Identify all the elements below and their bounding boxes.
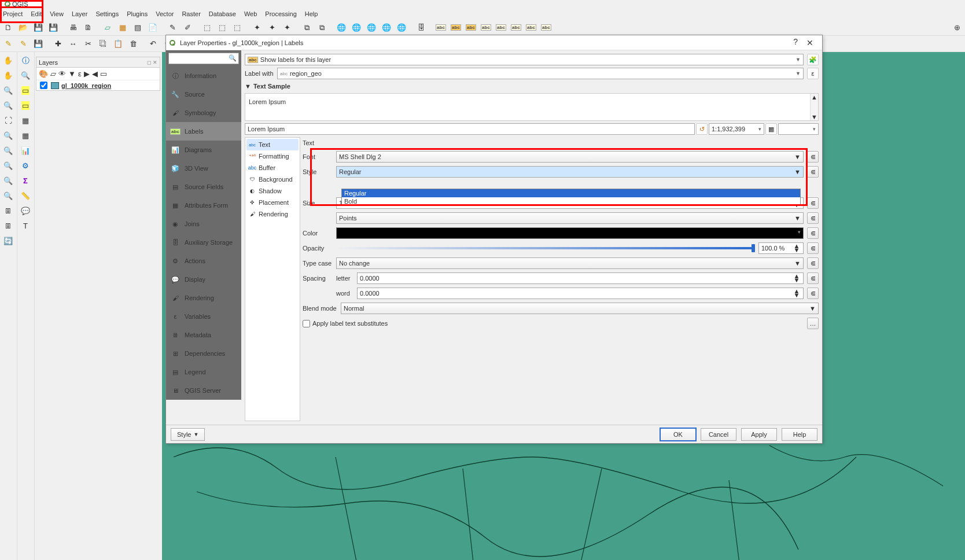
- menu-processing[interactable]: Processing: [265, 10, 296, 17]
- nav-sourcefields[interactable]: ▤Source Fields: [166, 178, 241, 196]
- pencil-icon[interactable]: ✎: [1, 37, 15, 51]
- nav-dependencies[interactable]: ⊞Dependencies: [166, 344, 241, 363]
- text-anno-icon[interactable]: T: [19, 219, 32, 233]
- nav-3dview[interactable]: 🧊3D View: [166, 159, 241, 178]
- layer-filter-icon[interactable]: ▼: [68, 70, 76, 78]
- nav-symbology[interactable]: 🖌Symbology: [166, 104, 241, 122]
- menu-settings[interactable]: Settings: [95, 10, 119, 17]
- nav-diagrams[interactable]: 📊Diagrams: [166, 141, 241, 159]
- opacity-slider[interactable]: [336, 247, 755, 249]
- style-combo[interactable]: Regular▼: [336, 166, 804, 178]
- nav-actions[interactable]: ⚙Actions: [166, 252, 241, 270]
- text-sample-header[interactable]: ▼ Text Sample: [245, 82, 819, 91]
- apply-button[interactable]: Apply: [741, 428, 777, 441]
- copy-icon[interactable]: ⿻: [96, 37, 110, 51]
- style-option-bold[interactable]: Bold: [342, 197, 800, 205]
- open-project-icon[interactable]: 📂: [16, 21, 30, 35]
- add-feature-icon[interactable]: ✚: [51, 37, 65, 51]
- nav-rendering[interactable]: 🖌Rendering: [166, 289, 241, 307]
- label-mode-override-button[interactable]: 🧩: [807, 54, 819, 65]
- label-abc7-icon[interactable]: abc: [524, 21, 538, 35]
- color-swatch[interactable]: [336, 227, 804, 239]
- web3-icon[interactable]: 🌐: [364, 21, 378, 35]
- label-abc1-icon[interactable]: abc: [434, 21, 448, 35]
- layer-eye-icon[interactable]: 👁: [58, 70, 66, 78]
- layout-manager-icon[interactable]: 🖶: [66, 21, 80, 35]
- crosshair-icon[interactable]: ⊕: [950, 21, 964, 35]
- layer-collapse-icon[interactable]: ◀: [92, 70, 98, 78]
- layer-checkbox[interactable]: [40, 82, 47, 89]
- label-abc2-icon[interactable]: abc: [449, 21, 463, 35]
- new-map2-icon[interactable]: 🗏: [1, 219, 15, 233]
- spacing-letter-input[interactable]: 0.0000▲▼: [357, 272, 804, 284]
- layer-item[interactable]: gl_1000k_region: [36, 80, 160, 90]
- select-icon[interactable]: ⬚: [200, 21, 214, 35]
- nav-attrform[interactable]: ▦Attributes Form: [166, 196, 241, 215]
- scale-combo[interactable]: 1:1,932,399▾: [709, 123, 764, 135]
- label-abc5-icon[interactable]: abc: [494, 21, 508, 35]
- zoom-last-icon[interactable]: 🔍: [1, 159, 15, 172]
- menu-help[interactable]: Help: [305, 10, 318, 17]
- sub-formatting[interactable]: ⁺ᵃᵇFormatting: [246, 150, 299, 162]
- layer-expand-icon[interactable]: ▶: [84, 70, 90, 78]
- menu-project[interactable]: Project: [3, 10, 23, 17]
- zoom-layer-icon[interactable]: 🔍: [1, 128, 15, 142]
- cut-icon[interactable]: ✂: [81, 37, 95, 51]
- label-abc6-icon[interactable]: abc: [509, 21, 523, 35]
- add-raster-icon[interactable]: ▦: [116, 21, 130, 35]
- nav-legend[interactable]: ▤Legend: [166, 363, 241, 381]
- deselect-icon[interactable]: ▭: [19, 98, 32, 112]
- zoom-native-icon[interactable]: 🔍: [1, 189, 15, 202]
- nav-variables[interactable]: εVariables: [166, 307, 241, 326]
- new-project-icon[interactable]: 🗋: [1, 21, 15, 35]
- identify-icon[interactable]: ⓘ: [19, 53, 32, 67]
- size-unit-combo[interactable]: Points▼: [336, 212, 804, 224]
- sub-background[interactable]: 🛡Background: [246, 174, 299, 185]
- blend-combo[interactable]: Normal▼: [341, 303, 819, 314]
- nav-labels[interactable]: abcLabels: [166, 122, 241, 141]
- sample-scrollbar[interactable]: ▲▼: [810, 94, 818, 120]
- menu-database[interactable]: Database: [209, 10, 236, 17]
- nav-information[interactable]: ⓘInformation: [166, 67, 241, 85]
- preview-bg-button[interactable]: ▩: [765, 123, 777, 135]
- size-unit-override-button[interactable]: ⋐: [807, 212, 819, 224]
- identify2-icon[interactable]: 🔍: [19, 68, 32, 82]
- menu-view[interactable]: View: [50, 10, 64, 17]
- processing-icon[interactable]: ⚙: [19, 159, 32, 172]
- refresh-icon[interactable]: 🔄: [1, 234, 15, 248]
- zoom-out-icon[interactable]: 🔍: [1, 98, 15, 112]
- close-icon[interactable]: ✕: [801, 37, 819, 49]
- stats-icon[interactable]: 📊: [19, 143, 32, 157]
- sample-text-input[interactable]: [245, 123, 695, 135]
- undo-icon[interactable]: ↶: [146, 37, 160, 51]
- substitutes-button[interactable]: …: [807, 318, 819, 329]
- menu-vector[interactable]: Vector: [156, 10, 174, 17]
- font-combo[interactable]: MS Shell Dlg 2▼: [336, 151, 804, 163]
- calc-icon[interactable]: ▦: [19, 128, 32, 142]
- menu-edit[interactable]: Edit: [31, 10, 42, 17]
- select-features-icon[interactable]: ▭: [19, 83, 32, 97]
- add-vector-icon[interactable]: ▱: [101, 21, 115, 35]
- sub-placement[interactable]: ✜Placement: [246, 197, 299, 208]
- pencil2-icon[interactable]: ✎: [16, 37, 30, 51]
- label-mode-combo[interactable]: abcShow labels for this layer ▼: [245, 54, 804, 65]
- menu-raster[interactable]: Raster: [182, 10, 200, 17]
- web5-icon[interactable]: 🌐: [395, 21, 408, 35]
- style-option-regular[interactable]: Regular: [342, 189, 800, 197]
- node2-icon[interactable]: ✦: [265, 21, 279, 35]
- zoom-in-icon[interactable]: 🔍: [1, 83, 15, 97]
- measure-icon[interactable]: 📏: [19, 189, 32, 202]
- select3-icon[interactable]: ⬚: [230, 21, 244, 35]
- attr-table-icon[interactable]: ▦: [19, 113, 32, 127]
- new-layout-icon[interactable]: 🗎: [81, 21, 95, 35]
- node-tool-icon[interactable]: ✦: [250, 21, 264, 35]
- add-delimited-icon[interactable]: 📄: [146, 21, 160, 35]
- menu-layer[interactable]: Layer: [72, 10, 88, 17]
- help-button[interactable]: Help: [782, 428, 817, 441]
- size-override-button[interactable]: ⋐: [807, 197, 819, 209]
- sub-rendering[interactable]: 🖌Rendering: [246, 208, 299, 220]
- save-project-icon[interactable]: 💾: [31, 21, 45, 35]
- node3-icon[interactable]: ✦: [280, 21, 294, 35]
- vertex2-icon[interactable]: ⧉: [315, 21, 329, 35]
- layer-add-group-icon[interactable]: ▱: [50, 70, 56, 78]
